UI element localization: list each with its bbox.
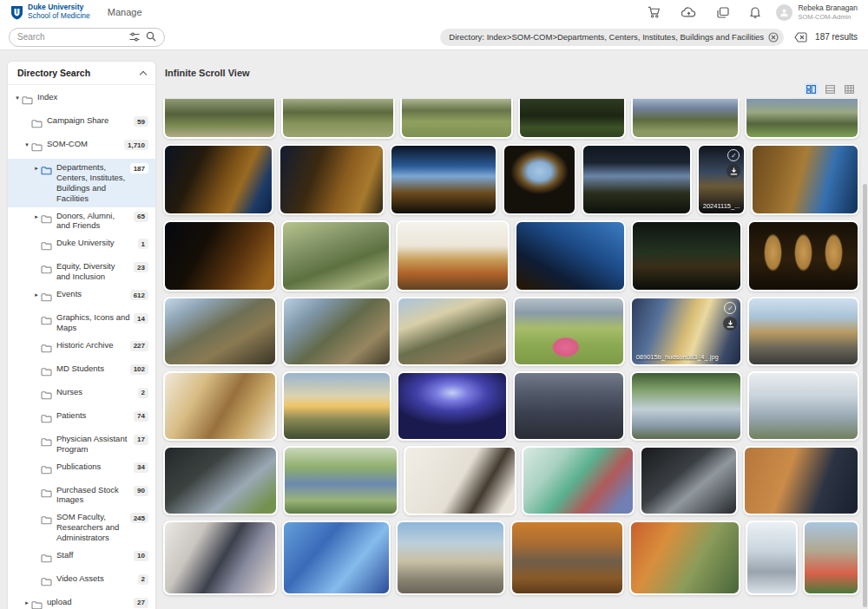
tree-item-label: Equity, Diversity and Inclusion	[56, 261, 134, 282]
tree-item-purchased-stock-images[interactable]: Purchased Stock Images90	[8, 481, 155, 509]
tree-item-departments-centers-institutes-buildings[interactable]: ▸Departments, Centers, Institutes, Build…	[8, 159, 155, 207]
remove-filter-icon[interactable]	[768, 32, 779, 43]
thumb-autumn-gothic-building[interactable]	[510, 521, 624, 595]
tree-caret-right-icon[interactable]: ▸	[32, 163, 41, 174]
tree-item-graphics-icons-and-maps[interactable]: Graphics, Icons and Maps14	[8, 309, 155, 337]
tree-item-label: Nurses	[56, 387, 138, 397]
user-menu[interactable]: Rebeka Branagan SOM-COM-Admin	[776, 3, 858, 20]
thumb-roof-terrace-3[interactable]	[397, 297, 508, 366]
thumb-chapel-blue-sky[interactable]	[515, 220, 626, 291]
tree-caret-right-icon[interactable]: ▸	[32, 290, 41, 300]
thumb-chapel-golden-wall[interactable]	[279, 144, 385, 215]
thumb-led-dome-room[interactable]	[397, 371, 508, 441]
tree-item-historic-archive[interactable]: Historic Archive227	[8, 337, 155, 360]
collapse-chevron-icon[interactable]	[140, 70, 147, 77]
thumb-courtyard-leaves[interactable]	[630, 371, 743, 441]
thumb-spires-sunset[interactable]	[163, 220, 276, 291]
clear-all-filters-icon[interactable]	[794, 32, 807, 43]
thumb-tower-trees[interactable]	[390, 144, 497, 215]
thumb-chapel-lawn[interactable]	[745, 99, 859, 139]
thumb-autumn-trees-tower[interactable]	[629, 521, 740, 595]
search-bar[interactable]	[9, 28, 165, 47]
rows-view-icon[interactable]	[824, 83, 837, 95]
tree-item-patients[interactable]: Patients74	[8, 407, 155, 430]
thumb-hudson-hall-dusk[interactable]: ✓089015b_hudson083_4_.jpg	[630, 297, 743, 366]
tree-item-publications[interactable]: Publications34	[8, 458, 155, 481]
thumb-white-modern-building[interactable]	[747, 371, 859, 441]
grid-view-icon[interactable]	[843, 83, 856, 95]
mosaic-view-icon[interactable]	[805, 83, 818, 95]
thumb-microscope-equipment[interactable]	[640, 446, 738, 515]
tree-item-video-assets[interactable]: Video Assets2	[8, 570, 155, 593]
tree-caret-down-icon[interactable]: ▾	[23, 140, 31, 150]
thumb-tulips-tower[interactable]	[803, 521, 859, 595]
thumb-snowy-tower[interactable]	[746, 521, 799, 595]
thumb-sunrise-path[interactable]	[282, 371, 392, 441]
thumb-modern-building-street[interactable]	[747, 297, 859, 366]
thumb-zebrafish-tank[interactable]	[282, 521, 391, 595]
thumb-roof-terrace-1[interactable]	[163, 297, 277, 366]
folder-icon	[41, 388, 52, 403]
search-input[interactable]	[17, 32, 123, 42]
thumb-quad-people[interactable]	[400, 99, 513, 139]
search-icon[interactable]	[146, 29, 156, 45]
thumb-glass-building-trees[interactable]	[283, 446, 398, 515]
count-badge: 102	[130, 364, 148, 375]
thumb-statue-greenery[interactable]	[281, 220, 391, 291]
thumb-hospital-dusk[interactable]	[513, 371, 625, 441]
tree-item-nurses[interactable]: Nurses2	[8, 383, 155, 407]
directory-search-header[interactable]: Directory Search	[8, 62, 155, 85]
vertical-scrollbar[interactable]	[863, 184, 867, 607]
thumb-tower-branch[interactable]	[631, 99, 740, 139]
directory-search-title: Directory Search	[17, 68, 90, 78]
duke-som-logo[interactable]: Duke University School of Medicine	[10, 3, 90, 21]
tree-item-events[interactable]: ▸Events612	[8, 285, 155, 309]
thumb-arches-silhouette[interactable]	[747, 220, 859, 291]
cart-icon[interactable]	[648, 6, 661, 18]
thumb-quad-lawn-2[interactable]	[281, 99, 396, 139]
thumb-whiteboard-researcher[interactable]	[404, 446, 516, 515]
thumb-curved-road[interactable]	[163, 446, 278, 515]
thumb-lab-gloves[interactable]	[522, 446, 635, 515]
tree-item-staff[interactable]: Staff10	[8, 547, 155, 570]
tree-caret-down-icon[interactable]: ▾	[13, 93, 22, 103]
tree-item-som-faculty-researchers-and-administrato[interactable]: SOM Faculty, Researchers and Administrat…	[8, 508, 155, 547]
tree-item-equity-diversity-and-inclusion[interactable]: Equity, Diversity and Inclusion23	[8, 258, 155, 285]
tree-item-upload[interactable]: ▸upload27	[8, 593, 155, 609]
thumb-wood-lobby-people[interactable]	[743, 446, 859, 515]
bell-icon[interactable]	[750, 6, 760, 18]
thumb-quad-dark-lawn[interactable]	[518, 99, 626, 139]
tree-caret-right-icon[interactable]: ▸	[23, 598, 31, 608]
select-check-icon[interactable]: ✓	[724, 302, 736, 314]
thumb-roof-terrace-2[interactable]	[282, 297, 392, 366]
tree-item-index[interactable]: ▾Index	[8, 88, 155, 112]
thumb-chapel-from-below[interactable]	[751, 144, 859, 215]
thumb-dark-path-tower[interactable]	[631, 220, 742, 291]
collections-icon[interactable]	[717, 7, 729, 18]
nav-manage[interactable]: Manage	[108, 7, 142, 17]
tree-item-md-students[interactable]: MD Students102	[8, 360, 155, 383]
tree-item-physician-assistant-program[interactable]: Physician Assistant Program17	[8, 430, 155, 458]
download-icon[interactable]	[727, 164, 740, 178]
thumb-chapel-autumn-sky[interactable]	[396, 220, 510, 291]
tree-item-label: Graphics, Icons and Maps	[56, 312, 134, 333]
tree-caret-right-icon[interactable]: ▸	[32, 212, 41, 222]
thumb-lawn-pink-ribbon[interactable]	[513, 297, 625, 366]
thumb-chapel-dusk-side[interactable]	[163, 144, 273, 215]
thumb-quad-lawn-1[interactable]	[163, 99, 276, 139]
thumb-selected-tower[interactable]: ✓20241115_...	[697, 144, 746, 215]
tree-item-som-com[interactable]: ▾SOM-COM1,710	[8, 135, 155, 159]
tree-item-campaign-share[interactable]: Campaign Share59	[8, 112, 155, 135]
thumb-clinical-team[interactable]	[163, 521, 277, 595]
directory-filter-chip[interactable]: Directory: Index>SOM-COM>Departments, Ce…	[440, 29, 784, 46]
thumb-tower-dark-trees[interactable]	[582, 144, 692, 215]
select-check-icon[interactable]: ✓	[727, 149, 740, 161]
tree-item-donors-alumni-and-friends[interactable]: ▸Donors, Alumni, and Friends65	[8, 207, 155, 235]
tree-item-duke-university[interactable]: Duke University1	[8, 234, 155, 258]
thumb-tower-arch-frame[interactable]	[503, 144, 576, 215]
thumb-canopy-entrance[interactable]	[396, 521, 505, 595]
filter-sliders-icon[interactable]	[129, 29, 140, 45]
download-icon[interactable]	[723, 317, 737, 331]
cloud-upload-icon[interactable]	[681, 7, 696, 18]
thumb-atrium-interior[interactable]	[163, 371, 277, 441]
